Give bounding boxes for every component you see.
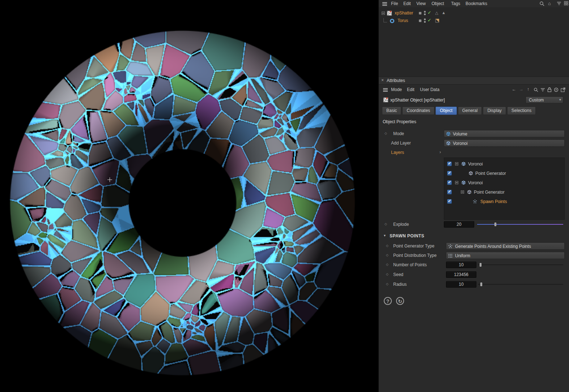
collapse-toggle-icon[interactable] [455, 181, 458, 184]
keyframe-diamond-icon[interactable]: ◇ [386, 244, 388, 247]
reset-button[interactable]: ↻ [396, 297, 404, 305]
search-icon[interactable] [534, 87, 538, 92]
layer-color-icon[interactable] [419, 20, 421, 22]
param-label: Mode [393, 131, 404, 136]
triangle-outline-icon[interactable]: △ [435, 10, 438, 15]
voronoi-icon [461, 180, 466, 185]
tab-display[interactable]: Display [483, 107, 506, 115]
preset-dropdown[interactable]: Custom ▾ [526, 96, 563, 103]
help-button[interactable]: ? [384, 297, 392, 305]
spawn-points-icon [472, 199, 477, 204]
menu-object[interactable]: Object [432, 1, 444, 6]
xpshatter-object-icon [383, 97, 388, 103]
keyframe-diamond-icon[interactable]: ◇ [386, 282, 388, 286]
layer-checkbox[interactable]: ✓ [447, 190, 452, 194]
object-row-xpshatter[interactable]: xpShatter ✓ △ ▲ [379, 10, 569, 17]
keyframe-diamond-icon[interactable]: ◇ [385, 132, 387, 135]
layer-checkbox[interactable]: ✓ [447, 171, 452, 176]
menu-edit[interactable]: Edit [407, 87, 415, 92]
tag-icon[interactable] [435, 18, 440, 23]
torus-render [0, 0, 378, 392]
close-icon[interactable]: × [381, 78, 384, 83]
attributes-panel-header[interactable]: × Attributes [379, 77, 569, 85]
filter-icon[interactable] [540, 88, 545, 92]
menu-icon[interactable] [383, 88, 388, 89]
back-arrow-icon[interactable]: ← [512, 87, 516, 92]
layers-label[interactable]: Layers [391, 150, 404, 155]
slider-handle[interactable] [480, 263, 481, 267]
up-arrow-icon[interactable]: ↑ [527, 87, 529, 92]
keyframe-diamond-icon[interactable]: ◇ [386, 263, 388, 266]
tab-basic[interactable]: Basic [382, 107, 401, 115]
layer-row-spawn-points[interactable]: ✓ Spawn Points [444, 197, 564, 206]
voronoi-icon [461, 161, 466, 167]
layer-row-pointgen-2[interactable]: ✓ Point Generator [444, 188, 564, 197]
collapse-toggle-icon[interactable] [461, 190, 464, 194]
tab-object[interactable]: Object [436, 107, 457, 115]
slider-handle[interactable] [494, 223, 496, 226]
object-label[interactable]: xpShatter [395, 10, 413, 16]
tab-coordinates[interactable]: Coordinates [402, 107, 434, 115]
lock-icon[interactable] [547, 87, 552, 92]
home-icon[interactable]: ⌂ [548, 1, 551, 6]
keyframe-diamond-icon[interactable]: ◇ [386, 253, 388, 257]
object-label[interactable]: Torus [398, 18, 408, 23]
number-of-points-input[interactable] [446, 262, 476, 268]
layer-checkbox[interactable]: ✓ [447, 180, 452, 185]
number-of-points-slider[interactable] [478, 263, 563, 267]
application-window: File Edit View Object Tags Bookmarks ⌂ x… [0, 0, 569, 392]
external-link-icon[interactable] [561, 87, 565, 92]
menu-edit[interactable]: Edit [403, 1, 411, 6]
explode-slider[interactable] [477, 222, 563, 227]
triangle-filled-icon[interactable]: ▲ [442, 10, 446, 15]
radius-slider[interactable] [478, 282, 563, 287]
expand-toggle-icon[interactable] [382, 12, 385, 15]
point-generator-type-dropdown[interactable]: Generate Points Around Existing Points [446, 242, 565, 250]
search-icon[interactable] [539, 1, 544, 6]
forward-arrow-icon[interactable]: → [519, 87, 523, 92]
layer-row-pointgen-1[interactable]: ✓ Point Generator [444, 169, 564, 178]
layer-row-voronoi-2[interactable]: ✓ Voronoi [444, 178, 564, 188]
menu-user-data[interactable]: User Data [420, 87, 440, 92]
menu-view[interactable]: View [416, 1, 426, 6]
chevron-right-icon[interactable]: › [440, 150, 441, 155]
point-distribution-type-dropdown[interactable]: Uniform [446, 252, 565, 259]
radius-input[interactable] [446, 281, 476, 288]
collapse-toggle-icon[interactable] [455, 162, 458, 165]
chevron-down-icon: ▾ [559, 98, 561, 102]
seed-input[interactable] [446, 271, 476, 278]
param-label: Number of Points [393, 262, 427, 267]
layer-color-icon[interactable] [419, 12, 421, 14]
mode-dropdown[interactable]: Volume [444, 130, 565, 137]
object-row-torus[interactable]: Torus ✓ [379, 17, 569, 25]
menu-mode[interactable]: Mode [391, 87, 402, 92]
param-label: Seed [393, 272, 403, 277]
menu-file[interactable]: File [391, 1, 398, 6]
grid-icon[interactable] [564, 1, 568, 5]
layer-checkbox[interactable]: ✓ [447, 161, 452, 166]
layer-row-voronoi-1[interactable]: ✓ Voronoi [444, 159, 564, 169]
menu-bookmarks[interactable]: Bookmarks [466, 1, 487, 6]
visibility-dots-icon[interactable] [424, 11, 426, 13]
enabled-check-icon[interactable]: ✓ [428, 10, 431, 15]
attributes-title: Attributes [387, 78, 405, 83]
tab-selections[interactable]: Selections [507, 107, 536, 115]
param-label: Radius [393, 282, 407, 287]
keyframe-diamond-icon[interactable]: ◇ [386, 272, 388, 276]
viewport-3d[interactable] [0, 0, 378, 392]
enabled-check-icon[interactable]: ✓ [428, 18, 431, 23]
visibility-dots-icon[interactable] [424, 18, 426, 20]
slider-handle[interactable] [480, 283, 482, 286]
layer-checkbox[interactable]: ✓ [447, 199, 452, 204]
spawn-points-section-header[interactable]: ▾ SPAWN POINTS [379, 233, 569, 240]
menu-tags[interactable]: Tags [451, 1, 460, 6]
filter-icon[interactable] [557, 1, 561, 5]
menu-icon[interactable] [382, 2, 387, 3]
add-layer-dropdown[interactable]: Voronoi [444, 139, 565, 147]
keyframe-diamond-icon[interactable]: ◇ [385, 222, 387, 226]
object-manager: xpShatter ✓ △ ▲ Torus ✓ [379, 7, 569, 77]
explode-input[interactable] [444, 221, 474, 228]
target-icon[interactable] [554, 87, 559, 92]
tab-general[interactable]: General [458, 107, 482, 115]
point-generator-icon [467, 189, 472, 195]
